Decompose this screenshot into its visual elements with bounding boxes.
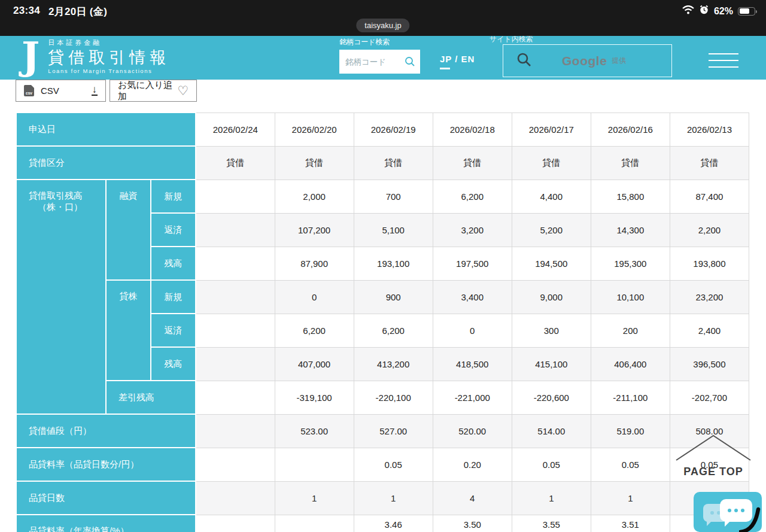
cell-premium-rate-annual-3: 3.50 xyxy=(433,515,512,532)
cell-net-balance-0 xyxy=(196,381,275,414)
favorite-button-label: お気に入り追加 xyxy=(118,80,177,102)
cell-premium-days-0 xyxy=(196,481,275,515)
cell-loan-new-1: 2,000 xyxy=(275,180,354,213)
menu-icon[interactable] xyxy=(709,53,738,73)
row-header-net-balance: 差引残高 xyxy=(106,381,196,414)
cell-stock-balance-5: 406,400 xyxy=(591,347,670,381)
cell-premium-rate-1 xyxy=(275,448,354,481)
language-switch[interactable]: JP / EN xyxy=(440,54,475,69)
alarm-icon xyxy=(699,5,709,17)
cell-stock-repay-1: 6,200 xyxy=(275,314,354,347)
cell-premium-rate-0 xyxy=(196,448,275,481)
cell-premium-rate-annual-0 xyxy=(196,515,275,532)
language-switch-label: JP / EN xyxy=(440,54,475,64)
download-icon: ↓ xyxy=(92,86,98,96)
row-header-balance-group: 貸借取引残高 （株・口） xyxy=(16,180,106,414)
cell-stock-new-6: 23,200 xyxy=(670,280,749,314)
cell-stock-balance-6: 396,500 xyxy=(670,347,749,381)
row-header-stock-new: 新規 xyxy=(151,280,196,314)
row-header-loan-repay: 返済 xyxy=(151,213,196,247)
cell-loan-new-5: 15,800 xyxy=(591,180,670,213)
row-header-apply-date: 申込日 xyxy=(16,113,196,146)
cell-net-balance-1: -319,100 xyxy=(275,381,354,414)
cell-premium-days-5: 1 xyxy=(591,481,670,515)
cell-premium-days-3: 4 xyxy=(433,481,512,515)
cell-premium-rate-3: 0.20 xyxy=(433,448,512,481)
cell-stock-new-0 xyxy=(196,280,275,314)
clock-date: 2月20日 (金) xyxy=(48,5,107,19)
code-search-label: 銘柄コード検索 xyxy=(339,37,420,47)
brand-company: 日本証券金融 xyxy=(48,38,170,47)
cell-loan-repay-2: 5,100 xyxy=(354,213,433,247)
cell-stock-repay-2: 6,200 xyxy=(354,314,433,347)
cell-apply-date-0: 2026/02/24 xyxy=(196,113,275,146)
row-header-premium-rate: 品貸料率（品貸日数分/円） xyxy=(16,448,196,481)
site-header: J 日本証券金融 貸借取引情報 Loans for Margin Transac… xyxy=(0,36,766,80)
heart-icon: ♡ xyxy=(177,84,189,98)
csv-file-icon: csv xyxy=(24,85,34,96)
cell-loan-new-3: 6,200 xyxy=(433,180,512,213)
cell-loan-new-2: 700 xyxy=(354,180,433,213)
cell-premium-days-4: 1 xyxy=(512,481,591,515)
row-header-loan-new: 新規 xyxy=(151,180,196,213)
cell-stock-new-5: 10,100 xyxy=(591,280,670,314)
cell-category-3: 貸借 xyxy=(433,146,512,180)
row-header-loan: 融資 xyxy=(106,180,151,280)
cell-stock-balance-2: 413,200 xyxy=(354,347,433,381)
cell-loan-balance-6: 193,800 xyxy=(670,247,749,280)
cell-loan-repay-4: 5,200 xyxy=(512,213,591,247)
site-logo[interactable]: J 日本証券金融 貸借取引情報 Loans for Margin Transac… xyxy=(22,35,170,78)
cell-price-2: 527.00 xyxy=(354,414,433,448)
cell-premium-rate-annual-1 xyxy=(275,515,354,532)
cell-stock-repay-6: 2,400 xyxy=(670,314,749,347)
row-header-stock: 貸株 xyxy=(106,280,151,381)
cell-net-balance-5: -211,100 xyxy=(591,381,670,414)
cell-stock-new-3: 3,400 xyxy=(433,280,512,314)
clock-time: 23:34 xyxy=(13,5,40,19)
cell-loan-balance-2: 193,100 xyxy=(354,247,433,280)
cell-loan-new-4: 4,400 xyxy=(512,180,591,213)
cell-stock-repay-0 xyxy=(196,314,275,347)
cell-category-6: 貸借 xyxy=(670,146,749,180)
site-search-box[interactable]: Google 提供 xyxy=(503,44,672,77)
cell-loan-new-6: 87,400 xyxy=(670,180,749,213)
chat-mascot-swoosh xyxy=(739,501,763,532)
cell-apply-date-4: 2026/02/17 xyxy=(512,113,591,146)
cell-loan-repay-5: 14,300 xyxy=(591,213,670,247)
cell-stock-new-1: 0 xyxy=(275,280,354,314)
page-top-label: PAGE TOP xyxy=(674,466,753,478)
csv-download-button[interactable]: csv CSV ↓ xyxy=(16,80,106,102)
cell-premium-rate-annual-4: 3.55 xyxy=(512,515,591,532)
row-header-loan-balance: 残高 xyxy=(151,247,196,280)
cell-loan-balance-3: 197,500 xyxy=(433,247,512,280)
google-provider-suffix: 提供 xyxy=(612,56,626,66)
cell-category-5: 貸借 xyxy=(591,146,670,180)
cell-apply-date-5: 2026/02/16 xyxy=(591,113,670,146)
cell-stock-balance-3: 418,500 xyxy=(433,347,512,381)
cell-stock-repay-5: 200 xyxy=(591,314,670,347)
row-header-price: 貸借値段（円） xyxy=(16,414,196,448)
cell-premium-rate-annual-2: 3.46 xyxy=(354,515,433,532)
cell-loan-repay-3: 3,200 xyxy=(433,213,512,247)
cell-apply-date-2: 2026/02/19 xyxy=(354,113,433,146)
row-header-premium-days: 品貸日数 xyxy=(16,481,196,515)
cell-stock-balance-4: 415,100 xyxy=(512,347,591,381)
language-active-underline xyxy=(440,68,450,69)
cell-price-0 xyxy=(196,414,275,448)
cell-category-4: 貸借 xyxy=(512,146,591,180)
csv-button-label: CSV xyxy=(41,86,59,96)
add-favorite-button[interactable]: お気に入り追加 ♡ xyxy=(110,80,197,102)
battery-percent: 62% xyxy=(714,6,733,17)
cell-premium-rate-5: 0.05 xyxy=(591,448,670,481)
cell-apply-date-3: 2026/02/18 xyxy=(433,113,512,146)
google-logo: Google xyxy=(562,54,607,68)
page-top-button[interactable]: PAGE TOP xyxy=(674,432,753,478)
row-header-stock-balance: 残高 xyxy=(151,347,196,381)
status-bar: 23:34 2月20日 (金) taisyaku.jp 62% xyxy=(0,0,766,36)
code-search-icon[interactable] xyxy=(405,56,415,69)
address-pill[interactable]: taisyaku.jp xyxy=(356,19,409,32)
cell-stock-balance-1: 407,000 xyxy=(275,347,354,381)
cell-stock-repay-4: 300 xyxy=(512,314,591,347)
chat-widget-button[interactable] xyxy=(694,492,762,532)
cell-loan-balance-5: 195,300 xyxy=(591,247,670,280)
